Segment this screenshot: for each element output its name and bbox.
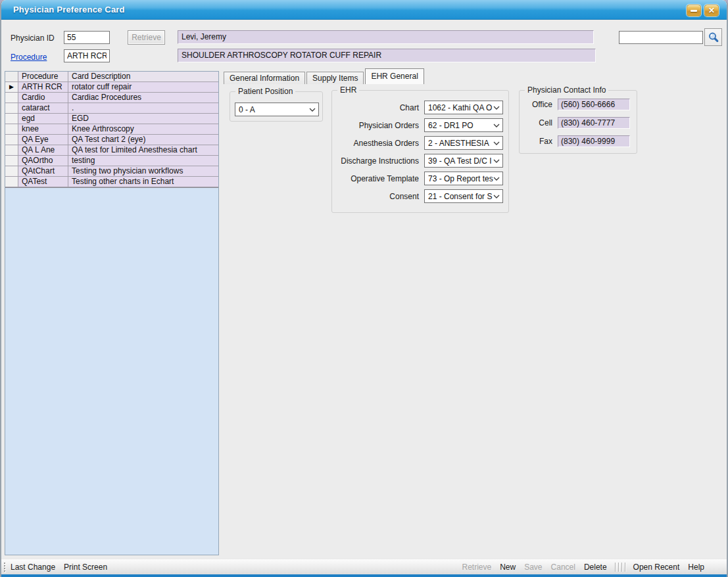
statusbar-item-help[interactable]: Help bbox=[688, 563, 704, 572]
tab-label: Supply Items bbox=[312, 74, 358, 83]
physician-id-input[interactable] bbox=[64, 31, 110, 44]
table-row[interactable]: QAtChart Testing two physician workflows bbox=[5, 166, 218, 177]
cell-procedure[interactable]: QAtChart bbox=[18, 166, 68, 177]
statusbar-item-open-recent[interactable]: Open Recent bbox=[633, 563, 680, 572]
chevron-down-icon bbox=[493, 106, 500, 110]
ehr-field-row: Anesthesia Orders 2 - ANESTHESIA bbox=[337, 136, 503, 150]
minimize-icon bbox=[691, 10, 697, 12]
chevron-down-icon bbox=[309, 108, 316, 112]
row-selector[interactable] bbox=[5, 166, 18, 177]
anesthesia-orders-combo[interactable]: 2 - ANESTHESIA bbox=[424, 136, 503, 150]
cell-procedure[interactable]: knee bbox=[18, 124, 68, 135]
cell-procedure[interactable]: QA Eye bbox=[18, 135, 68, 145]
preference-card-list-panel: Procedure Card Description ▶ ARTH RCR ro… bbox=[5, 71, 219, 555]
statusbar-item-new[interactable]: New bbox=[500, 563, 516, 572]
tab-general-information[interactable]: General Information bbox=[224, 72, 305, 84]
row-selector[interactable] bbox=[5, 135, 18, 145]
search-input[interactable] bbox=[619, 31, 703, 44]
row-selector[interactable] bbox=[5, 93, 18, 103]
ehr-group-label: EHR bbox=[337, 85, 359, 95]
row-selector[interactable] bbox=[5, 145, 18, 156]
table-row[interactable]: ▶ ARTH RCR rotator cuff repair bbox=[5, 82, 218, 93]
header-selector-cell bbox=[5, 72, 18, 82]
cell-procedure[interactable]: Cardio bbox=[18, 93, 68, 103]
table-row[interactable]: Cardio Cardiac Procedures bbox=[5, 93, 218, 103]
cell-procedure[interactable]: cataract bbox=[18, 103, 68, 114]
cell-description[interactable]: . bbox=[68, 103, 218, 114]
cell-description[interactable]: Knee Arthroscopy bbox=[68, 124, 218, 135]
chevron-down-icon bbox=[493, 124, 500, 127]
physician-contact-info-group: Physician Contact Info Office (560) 560-… bbox=[519, 90, 637, 154]
patient-position-group-label: Patient Position bbox=[235, 87, 295, 96]
cell-procedure[interactable]: QATest bbox=[18, 177, 68, 187]
statusbar-item-delete[interactable]: Delete bbox=[584, 563, 607, 572]
header-card-description[interactable]: Card Description bbox=[68, 72, 218, 82]
consent-value: 21 - Consent for S bbox=[428, 192, 493, 201]
cell-procedure[interactable]: egd bbox=[18, 114, 68, 124]
cell-description[interactable]: testing bbox=[68, 156, 218, 166]
procedure-code-input[interactable] bbox=[64, 49, 110, 62]
statusbar-item-last-change[interactable]: Last Change bbox=[11, 563, 55, 572]
ehr-field-row: Consent 21 - Consent for S bbox=[337, 189, 503, 203]
row-selector[interactable] bbox=[5, 103, 18, 114]
row-selector[interactable] bbox=[5, 124, 18, 135]
search-icon bbox=[708, 32, 719, 43]
cell-description[interactable]: Cardiac Procedures bbox=[68, 93, 218, 103]
anesthesia-orders-label: Anesthesia Orders bbox=[337, 139, 419, 148]
close-button[interactable]: ✕ bbox=[704, 5, 719, 16]
physician-preference-card-window: Physician Preference Card ✕ Physician ID… bbox=[0, 0, 728, 577]
cell-label: Cell bbox=[520, 118, 552, 127]
table-row[interactable]: QAOrtho testing bbox=[5, 156, 218, 166]
statusbar-item-print-screen[interactable]: Print Screen bbox=[64, 563, 107, 572]
ehr-field-row: Chart 1062 - Kathi QA O bbox=[337, 101, 503, 114]
window-bottom-border bbox=[1, 574, 727, 577]
office-label: Office bbox=[520, 100, 552, 109]
table-row[interactable]: egd EGD bbox=[5, 114, 218, 124]
table-row[interactable]: QA Eye QA Test chart 2 (eye) bbox=[5, 135, 218, 145]
tab-supply-items[interactable]: Supply Items bbox=[306, 72, 364, 84]
procedure-link[interactable]: Procedure bbox=[11, 53, 47, 62]
cell-procedure[interactable]: QA L Ane bbox=[18, 145, 68, 156]
physician-orders-label: Physician Orders bbox=[337, 121, 419, 130]
discharge-instructions-combo[interactable]: 39 - QA Test D/C I bbox=[424, 154, 503, 168]
cell-description[interactable]: EGD bbox=[68, 114, 218, 124]
titlebar[interactable]: Physician Preference Card ✕ bbox=[1, 0, 727, 20]
physician-orders-combo[interactable]: 62 - DR1 PO bbox=[424, 118, 503, 132]
tabstrip: General InformationSupply ItemsEHR Gener… bbox=[224, 68, 425, 84]
retrieve-button[interactable]: Retrieve bbox=[128, 30, 165, 45]
row-selector[interactable] bbox=[5, 177, 18, 187]
cell-description[interactable]: Testing other charts in Echart bbox=[68, 177, 218, 187]
table-row[interactable]: QA L Ane QA test for Limited Anesthesia … bbox=[5, 145, 218, 156]
fax-label: Fax bbox=[520, 137, 552, 146]
tab-label: EHR General bbox=[371, 72, 418, 81]
header-procedure[interactable]: Procedure bbox=[18, 72, 68, 82]
minimize-button[interactable] bbox=[687, 5, 701, 16]
table-row[interactable]: cataract . bbox=[5, 103, 218, 114]
cell-description[interactable]: QA Test chart 2 (eye) bbox=[68, 135, 218, 145]
cell-description[interactable]: QA test for Limited Anesthesia chart bbox=[68, 145, 218, 156]
table-row[interactable]: knee Knee Arthroscopy bbox=[5, 124, 218, 135]
cell-procedure[interactable]: ARTH RCR bbox=[18, 82, 68, 93]
row-selector[interactable] bbox=[5, 114, 18, 124]
table-row[interactable]: QATest Testing other charts in Echart bbox=[5, 177, 218, 187]
search-button[interactable] bbox=[704, 28, 722, 46]
operative-template-combo[interactable]: 73 - Op Report tes bbox=[424, 172, 503, 185]
discharge-instructions-value: 39 - QA Test D/C I bbox=[428, 156, 493, 166]
tab-label: General Information bbox=[230, 74, 299, 83]
chart-combo[interactable]: 1062 - Kathi QA O bbox=[424, 101, 503, 114]
ehr-field-row: Physician Orders 62 - DR1 PO bbox=[337, 118, 503, 132]
statusbar: Last ChangePrint Screen RetrieveNewSaveC… bbox=[1, 559, 727, 574]
cell-description[interactable]: rotator cuff repair bbox=[68, 82, 218, 93]
row-selector[interactable] bbox=[5, 156, 18, 166]
row-selector[interactable]: ▶ bbox=[5, 82, 18, 93]
tab-ehr-general[interactable]: EHR General bbox=[365, 68, 424, 84]
cell-description[interactable]: Testing two physician workflows bbox=[68, 166, 218, 177]
preference-card-table: Procedure Card Description ▶ ARTH RCR ro… bbox=[5, 72, 218, 188]
ehr-group: EHR Chart 1062 - Kathi QA O Physician Or… bbox=[331, 90, 509, 213]
patient-position-combo[interactable]: 0 - A bbox=[235, 103, 319, 116]
chevron-down-icon bbox=[493, 177, 500, 181]
chart-label: Chart bbox=[337, 103, 419, 112]
consent-combo[interactable]: 21 - Consent for S bbox=[424, 189, 503, 203]
statusbar-grip bbox=[4, 563, 5, 572]
cell-procedure[interactable]: QAOrtho bbox=[18, 156, 68, 166]
